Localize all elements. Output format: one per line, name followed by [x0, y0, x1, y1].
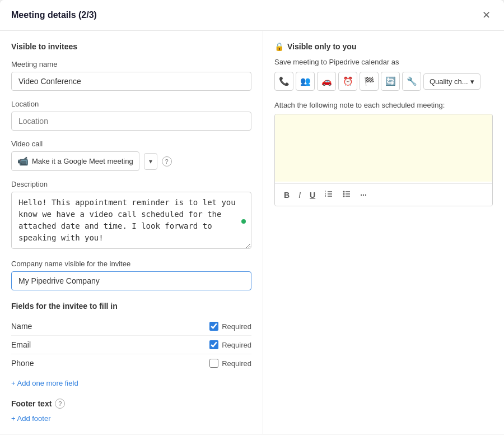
- location-input[interactable]: [11, 112, 251, 131]
- location-field-group: Location: [11, 100, 251, 131]
- company-name-field-group: Company name visible for the invitee: [11, 260, 251, 290]
- field-phone-checkbox[interactable]: [209, 359, 218, 368]
- footer-help-icon[interactable]: ?: [55, 399, 65, 409]
- add-footer-label: + Add footer: [11, 414, 50, 423]
- modal-header: Meeting details (2/3) ✕: [0, 0, 504, 31]
- svg-point-8: [343, 196, 345, 197]
- cal-icon-clock[interactable]: ⏰: [338, 72, 357, 91]
- cal-icon-people[interactable]: 👥: [296, 72, 315, 91]
- cal-type-arrow: ▾: [470, 77, 474, 86]
- video-call-dropdown[interactable]: ▾: [144, 153, 157, 170]
- close-button[interactable]: ✕: [480, 9, 493, 21]
- field-name-required-label: Required: [222, 322, 251, 331]
- footer-text-section: Footer text ? + Add footer: [11, 399, 251, 423]
- meeting-name-field-group: Meeting name: [11, 60, 251, 91]
- field-name-required: Required: [209, 322, 251, 331]
- field-email-required-label: Required: [222, 341, 251, 349]
- field-phone-required: Required: [209, 359, 251, 368]
- google-meet-icon: 📹: [17, 156, 29, 166]
- field-email-required: Required: [209, 340, 251, 349]
- modal-title: Meeting details (2/3): [11, 10, 97, 20]
- underline-button[interactable]: U: [307, 189, 318, 201]
- left-panel: Visible to invitees Meeting name Locatio…: [0, 31, 263, 434]
- italic-button[interactable]: I: [296, 189, 303, 201]
- google-meet-label: Make it a Google Meet meeting: [32, 157, 133, 165]
- field-email-checkbox[interactable]: [209, 340, 218, 349]
- add-footer-button[interactable]: + Add footer: [11, 414, 50, 423]
- cal-icon-phone[interactable]: 📞: [274, 72, 293, 91]
- ordered-list-button[interactable]: 1 2 3: [322, 188, 335, 201]
- field-name-label: Name: [11, 322, 32, 331]
- visible-only-title: Visible only to you: [287, 42, 356, 51]
- note-editor: B I U 1 2 3: [274, 114, 493, 206]
- cal-type-label: Quality ch...: [430, 77, 468, 86]
- field-row-name: Name Required: [11, 317, 251, 336]
- description-wrapper: Hello! This appointment reminder is to l…: [11, 192, 251, 251]
- more-options-button[interactable]: ···: [358, 189, 369, 201]
- modal-body: Visible to invitees Meeting name Locatio…: [0, 31, 504, 434]
- unordered-list-button[interactable]: [340, 188, 353, 201]
- footer-text-label: Footer text: [11, 399, 52, 408]
- company-name-input[interactable]: [11, 271, 251, 290]
- visible-only-section: 🔒 Visible only to you: [274, 42, 493, 51]
- visible-section-title: Visible to invitees: [11, 42, 251, 51]
- meeting-name-label: Meeting name: [11, 60, 251, 68]
- note-label: Attach the following note to each schedu…: [274, 101, 493, 109]
- meeting-name-input[interactable]: [11, 72, 251, 91]
- cal-icon-refresh[interactable]: 🔄: [381, 72, 400, 91]
- lock-icon: 🔒: [274, 42, 284, 51]
- field-email-label: Email: [11, 340, 31, 349]
- cal-icon-car[interactable]: 🚗: [317, 72, 336, 91]
- video-call-label: Video call: [11, 140, 251, 148]
- video-call-field-group: Video call 📹 Make it a Google Meet meeti…: [11, 140, 251, 171]
- google-meet-button[interactable]: 📹 Make it a Google Meet meeting: [11, 151, 139, 171]
- cal-icon-flag[interactable]: 🏁: [360, 72, 379, 91]
- cal-icon-tools[interactable]: 🔧: [402, 72, 421, 91]
- description-field-group: Description Hello! This appointment remi…: [11, 180, 251, 251]
- field-name-checkbox[interactable]: [209, 322, 218, 331]
- footer-label-row: Footer text ?: [11, 399, 251, 409]
- add-field-button[interactable]: + Add one more field: [11, 379, 78, 387]
- save-to-label: Save meeting to Pipedrive calendar as: [274, 58, 493, 66]
- green-dot-indicator: [241, 219, 246, 224]
- field-row-email: Email Required: [11, 336, 251, 354]
- note-textarea[interactable]: [275, 114, 492, 182]
- right-panel: 🔒 Visible only to you Save meeting to Pi…: [263, 31, 504, 434]
- fields-section: Fields for the invitee to fill in Name R…: [11, 302, 251, 387]
- cal-type-dropdown[interactable]: Quality ch... ▾: [423, 73, 480, 90]
- svg-point-6: [343, 191, 345, 193]
- company-name-label: Company name visible for the invitee: [11, 260, 251, 268]
- meeting-details-modal: Meeting details (2/3) ✕ Visible to invit…: [0, 0, 504, 435]
- bold-button[interactable]: B: [282, 189, 292, 201]
- field-row-phone: Phone Required: [11, 354, 251, 372]
- description-textarea[interactable]: Hello! This appointment reminder is to l…: [11, 192, 251, 249]
- location-label: Location: [11, 100, 251, 108]
- video-call-help-icon[interactable]: ?: [162, 156, 172, 166]
- field-phone-label: Phone: [11, 359, 34, 368]
- svg-text:3: 3: [325, 195, 326, 197]
- calendar-icons-row: 📞 👥 🚗 ⏰ 🏁 🔄 🔧 Quality ch... ▾: [274, 72, 493, 91]
- video-call-row: 📹 Make it a Google Meet meeting ▾ ?: [11, 151, 251, 171]
- svg-point-7: [343, 193, 345, 195]
- description-label: Description: [11, 180, 251, 188]
- add-field-label: + Add one more field: [11, 379, 78, 387]
- fields-section-title: Fields for the invitee to fill in: [11, 302, 251, 311]
- field-phone-required-label: Required: [222, 359, 251, 368]
- note-toolbar: B I U 1 2 3: [275, 183, 492, 206]
